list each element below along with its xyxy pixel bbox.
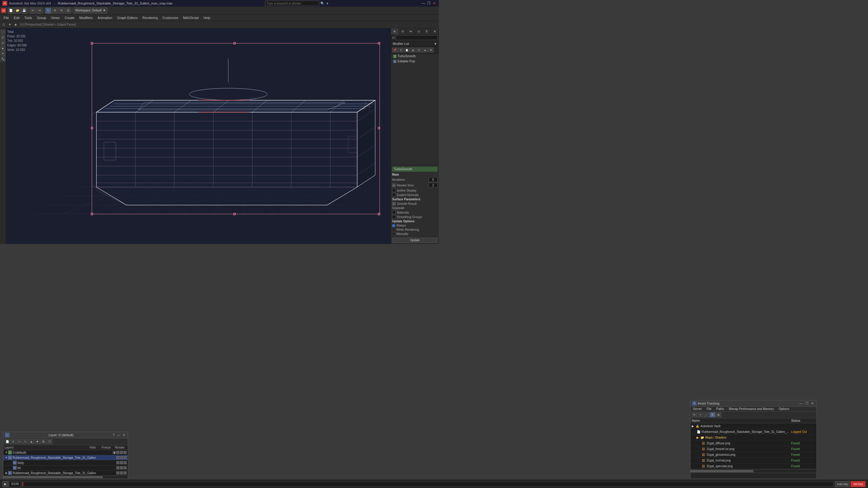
left-sidebar: + ⊟ ⊕ ▶ 👁 🔧 — [0, 28, 6, 244]
sidebar-motion[interactable]: ▶ — [1, 46, 5, 51]
file-name: Rubbermaid_Roughneck_Stackable_Storage_T… — [58, 1, 173, 5]
ts-always-radio[interactable] — [392, 224, 395, 227]
ts-smooth-label: Smooth Result — [397, 202, 438, 205]
rpanel-tab-3[interactable]: ⋈ — [407, 28, 415, 34]
sidebar-display[interactable]: 👁 — [1, 51, 5, 56]
menu-modifiers[interactable]: Modifiers — [77, 14, 95, 21]
ts-materials-label: Materials — [397, 211, 438, 214]
modifier-toolbar: 📌 ⎘ 📋 ◈ ✕ ▲ ▼ — [391, 47, 439, 54]
rotate-btn[interactable]: ↻ — [59, 7, 64, 13]
ts-render-iters-row: Render Iters: — [392, 183, 438, 188]
modifier-editable-poly[interactable]: E Editable Poly — [391, 59, 439, 64]
menu-customize[interactable]: Customize — [160, 14, 181, 21]
sidebar-modify[interactable]: ⊟ — [1, 35, 5, 40]
titlebar-window-controls[interactable]: — ❐ ✕ — [421, 1, 436, 5]
mod-move-up-btn[interactable]: ▲ — [422, 47, 428, 53]
search-options[interactable]: ▼ — [326, 2, 329, 5]
ts-iterations-input[interactable] — [429, 177, 438, 182]
ts-smoothing-check[interactable] — [392, 215, 396, 219]
ts-explicit-check[interactable] — [392, 193, 396, 197]
ts-manually-radio[interactable] — [392, 233, 395, 235]
rpanel-tab-4[interactable]: ◎ — [415, 28, 423, 34]
sidebar-utilities[interactable]: 🔧 — [1, 57, 5, 61]
open-btn[interactable]: 📁 — [14, 7, 21, 13]
mod-move-down-btn[interactable]: ▼ — [428, 47, 434, 53]
ts-render-iters-input[interactable] — [429, 183, 438, 188]
sidebar-hierarchy[interactable]: ⊕ — [1, 40, 5, 45]
restore-button[interactable]: ❐ — [427, 1, 431, 5]
rpanel-tab-1[interactable]: ⊕ — [391, 28, 399, 34]
title-separator: — — [53, 1, 56, 5]
mod-paste-btn[interactable]: 📋 — [404, 47, 410, 53]
ts-iterations-row: Iterations: — [392, 177, 438, 182]
menu-tools[interactable]: Tools — [22, 14, 35, 21]
viewport[interactable]: Total Polys: 20 032 Tris: 20 032 Edges: … — [6, 28, 391, 244]
ts-iterations-label: Iterations: — [392, 178, 427, 181]
search-icon[interactable]: 🔍 — [320, 1, 324, 5]
search-area[interactable]: 🔍 ▼ — [265, 1, 329, 6]
menu-animation[interactable]: Animation — [95, 14, 115, 21]
viewport-lighting-btn[interactable]: ☀ — [7, 22, 12, 27]
menu-group[interactable]: Group — [34, 14, 49, 21]
ts-isoline-check[interactable] — [392, 189, 396, 192]
right-panel-tabs: ⊕ ⊟ ⋈ ◎ ☰ ⚙ — [391, 28, 439, 34]
menu-create[interactable]: Create — [62, 14, 77, 21]
search-input[interactable] — [265, 1, 319, 6]
ts-always-row: Always — [392, 224, 438, 227]
toolbar-sep-3 — [72, 8, 73, 13]
ts-render-iters-label: Render Iters: — [397, 184, 427, 187]
id-input[interactable] — [396, 35, 438, 40]
ts-separate-section: Separate — [392, 206, 438, 210]
ts-materials-row: Materials — [392, 210, 438, 214]
workspace-dropdown[interactable]: Workspace: Default ▼ — [74, 7, 107, 13]
turbosmooth-label: TurboSmooth — [398, 55, 415, 58]
ts-smooth-check[interactable] — [392, 202, 396, 205]
scale-btn[interactable]: ⊡ — [65, 7, 71, 13]
rpanel-tab-2[interactable]: ⊟ — [399, 28, 407, 34]
menubar: File Edit Tools Group Views Create Modif… — [0, 14, 439, 21]
ts-separate-label: Separate — [392, 206, 438, 210]
viewport-label-bar: [+] [Perspective] [Shaded + Edged Faces] — [19, 23, 77, 26]
redo-btn[interactable]: ↪ — [36, 7, 42, 13]
menu-views[interactable]: Views — [49, 14, 62, 21]
viewport-canvas[interactable] — [6, 28, 391, 244]
ts-render-iters-check[interactable] — [392, 184, 396, 187]
app-logo: M — [2, 1, 7, 6]
menu-maxscript[interactable]: MAXScript — [181, 14, 201, 21]
modifier-list-arrow[interactable]: ▼ — [434, 42, 437, 45]
menu-file[interactable]: File — [1, 14, 11, 21]
menu-help[interactable]: Help — [201, 14, 213, 21]
viewport-shading-btn[interactable]: ⬡ — [1, 22, 6, 27]
right-panel: ⊕ ⊟ ⋈ ◎ ☰ ⚙ Id Modifier List ▼ 📌 ⎘ 📋 ◈ ✕… — [391, 28, 439, 244]
menu-rendering[interactable]: Rendering — [140, 14, 160, 21]
save-btn[interactable]: 💾 — [21, 7, 27, 13]
modifier-turbosmooth[interactable]: T TurboSmooth — [391, 54, 439, 59]
new-btn[interactable]: 📄 — [8, 7, 14, 13]
rpanel-tab-5[interactable]: ☰ — [423, 28, 431, 34]
move-btn[interactable]: ✛ — [52, 7, 58, 13]
select-btn[interactable]: ↖ — [45, 7, 51, 13]
ts-when-rendering-row: When Rendering — [392, 228, 438, 231]
ts-surface-label: Surface Parameters — [392, 198, 438, 201]
mod-pin-btn[interactable]: 📌 — [392, 47, 398, 53]
mod-make-unique-btn[interactable]: ◈ — [410, 47, 415, 53]
menu-graph-editors[interactable]: Graph Editors — [115, 14, 140, 21]
ts-update-btn[interactable]: Update — [392, 238, 438, 243]
ts-smooth-row: Smooth Result — [392, 202, 438, 205]
ts-when-rendering-radio[interactable] — [392, 228, 395, 231]
viewport-materials-btn[interactable]: ◈ — [13, 22, 18, 27]
mod-delete-btn[interactable]: ✕ — [416, 47, 422, 53]
toolbar-sep-2 — [44, 8, 44, 13]
menu-edit[interactable]: Edit — [11, 14, 22, 21]
mod-copy-btn[interactable]: ⎘ — [398, 47, 404, 53]
ts-when-rendering-label: When Rendering — [396, 228, 438, 231]
close-button[interactable]: ✕ — [432, 1, 436, 5]
sidebar-create[interactable]: + — [1, 30, 5, 34]
ts-main-label: Main — [392, 173, 438, 176]
modifier-list-label: Modifier List — [393, 42, 409, 45]
ts-materials-check[interactable] — [392, 210, 396, 214]
editable-poly-icon: E — [393, 60, 396, 63]
minimize-button[interactable]: — — [421, 1, 426, 5]
undo-btn[interactable]: ↩ — [30, 7, 36, 13]
rpanel-tab-6[interactable]: ⚙ — [431, 28, 439, 34]
